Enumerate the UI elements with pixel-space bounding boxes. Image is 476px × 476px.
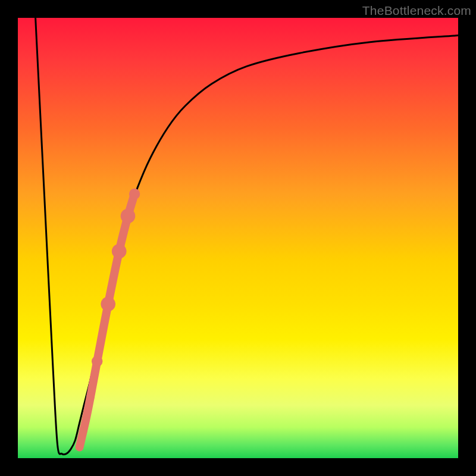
marker-dot — [86, 392, 95, 400]
curve-svg — [18, 18, 458, 458]
marker-dot — [83, 416, 89, 421]
watermark-text: TheBottleneck.com — [362, 4, 471, 18]
chart-frame: TheBottleneck.com — [0, 0, 476, 476]
bottleneck-markers — [77, 189, 140, 450]
marker-dot — [77, 444, 82, 450]
curve-path — [36, 18, 458, 455]
marker-dot — [92, 356, 102, 367]
marker-dot — [112, 244, 127, 259]
marker-dot — [129, 189, 140, 199]
plot-area — [18, 18, 458, 458]
bottleneck-curve — [36, 18, 458, 455]
marker-stroke — [80, 194, 135, 447]
marker-dot — [121, 209, 136, 224]
marker-dot — [79, 428, 87, 436]
marker-dot — [101, 297, 115, 312]
